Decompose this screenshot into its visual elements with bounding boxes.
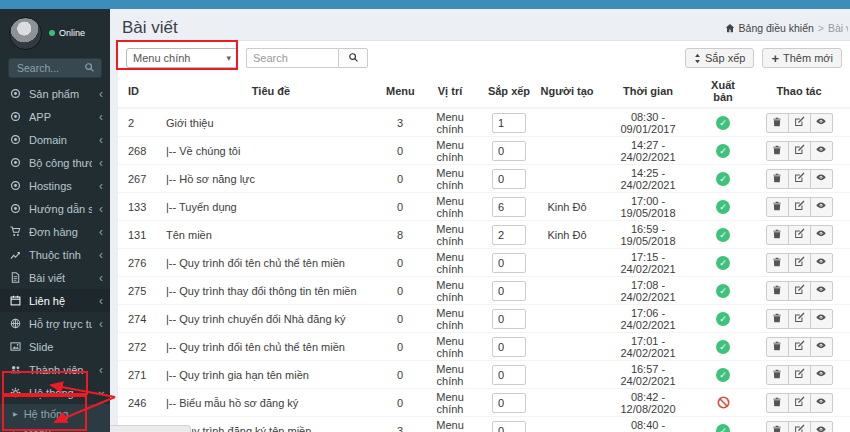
sidebar-item-hostings[interactable]: Hostings‹ xyxy=(0,174,110,197)
view-button[interactable] xyxy=(810,197,833,217)
edit-icon xyxy=(794,339,805,354)
delete-button[interactable] xyxy=(766,309,789,329)
delete-button[interactable] xyxy=(766,225,789,245)
delete-button[interactable] xyxy=(766,393,789,413)
edit-button[interactable] xyxy=(788,421,811,432)
breadcrumb-home-link[interactable]: Bảng điều khiển xyxy=(739,22,814,34)
table-search-input[interactable] xyxy=(246,48,338,68)
sidebar-subitem-system[interactable]: ▶Hệ thống xyxy=(0,404,110,423)
sort-input[interactable] xyxy=(492,365,526,385)
table-row: 245|-- Quy trình đăng ký tên miền3Menu c… xyxy=(118,417,850,432)
view-button[interactable] xyxy=(810,309,833,329)
edit-button[interactable] xyxy=(788,365,811,385)
edit-icon xyxy=(794,199,805,214)
view-button[interactable] xyxy=(810,337,833,357)
sidebar-item-slide[interactable]: Slide xyxy=(0,335,110,358)
delete-button[interactable] xyxy=(766,421,789,432)
sort-input[interactable] xyxy=(492,337,526,357)
sidebar-item-system[interactable]: Hệ thống‹ xyxy=(0,381,110,404)
sidebar-item-members[interactable]: Thành viên‹ xyxy=(0,358,110,381)
edit-button[interactable] xyxy=(788,169,811,189)
add-new-button-label: Thêm mới xyxy=(783,52,833,64)
sort-input[interactable] xyxy=(492,421,526,432)
sort-input[interactable] xyxy=(492,309,526,329)
sort-input[interactable] xyxy=(492,169,526,189)
edit-button[interactable] xyxy=(788,337,811,357)
edit-button[interactable] xyxy=(788,309,811,329)
edit-button[interactable] xyxy=(788,393,811,413)
view-button[interactable] xyxy=(810,421,833,432)
trash-icon xyxy=(772,227,782,242)
main-content: Bài viết Bảng điều khiển > Bài viết Menu… xyxy=(110,9,850,432)
sidebar-item-contact[interactable]: Liên hệ‹ xyxy=(0,289,110,312)
table-search-button[interactable] xyxy=(338,48,368,68)
table-row: 276|-- Quy trình đổi tên chủ thể tên miề… xyxy=(118,249,850,277)
delete-button[interactable] xyxy=(766,281,789,301)
sort-input[interactable] xyxy=(492,141,526,161)
sidebar-item-guide[interactable]: Hướng dẫn sử dụng‹ xyxy=(0,197,110,220)
sort-input[interactable] xyxy=(492,225,526,245)
add-new-button[interactable]: + Thêm mới xyxy=(762,48,842,68)
cell-published: ✓ xyxy=(698,417,748,432)
cell-actions xyxy=(748,108,850,137)
cell-actions xyxy=(748,221,850,249)
sort-input[interactable] xyxy=(492,253,526,273)
edit-button[interactable] xyxy=(788,253,811,273)
delete-button[interactable] xyxy=(766,253,789,273)
delete-button[interactable] xyxy=(766,141,789,161)
table-row: 268|-- Về chúng tôi0Menu chính14:27 - 24… xyxy=(118,137,850,165)
chevron-left-icon: ‹ xyxy=(99,180,103,192)
sidebar-item-label: Thành viên xyxy=(29,364,92,376)
sort-input[interactable] xyxy=(492,393,526,413)
sidebar-subitem-menu[interactable]: ▶Menu xyxy=(0,423,110,432)
sort-button[interactable]: Sắp xếp xyxy=(685,48,754,68)
chevron-left-icon: ‹ xyxy=(99,111,103,123)
delete-button[interactable] xyxy=(766,169,789,189)
edit-button[interactable] xyxy=(788,225,811,245)
edit-button[interactable] xyxy=(788,141,811,161)
edit-button[interactable] xyxy=(788,281,811,301)
cell-title: Giới thiệu xyxy=(160,108,382,137)
chevron-left-icon: ‹ xyxy=(99,134,103,146)
avatar xyxy=(9,17,42,50)
view-button[interactable] xyxy=(810,169,833,189)
edit-icon xyxy=(794,423,805,432)
cell-position: Menu chính xyxy=(418,137,482,165)
view-button[interactable] xyxy=(810,281,833,301)
sort-input[interactable] xyxy=(492,281,526,301)
sort-input[interactable] xyxy=(492,113,526,133)
view-button[interactable] xyxy=(810,393,833,413)
delete-button[interactable] xyxy=(766,197,789,217)
sidebar-item-products[interactable]: Sản phẩm‹ xyxy=(0,82,110,105)
sidebar-item-attributes[interactable]: Thuộc tính‹ xyxy=(0,243,110,266)
sort-input[interactable] xyxy=(492,197,526,217)
check-circle-icon: ✓ xyxy=(716,228,730,242)
sidebar-item-articles[interactable]: Bài viết‹ xyxy=(0,266,110,289)
delete-button[interactable] xyxy=(766,365,789,385)
sidebar-item-domain[interactable]: Domain‹ xyxy=(0,128,110,151)
sidebar-item-orders[interactable]: Đơn hàng‹ xyxy=(0,220,110,243)
cell-position: Menu chính xyxy=(418,305,482,333)
edit-button[interactable] xyxy=(788,197,811,217)
view-button[interactable] xyxy=(810,141,833,161)
view-button[interactable] xyxy=(810,225,833,245)
check-circle-icon: ✓ xyxy=(716,116,730,130)
edit-button[interactable] xyxy=(788,113,811,133)
view-button[interactable] xyxy=(810,113,833,133)
cell-title: |-- Quy trình gia hạn tên miền xyxy=(160,361,382,389)
view-button[interactable] xyxy=(810,253,833,273)
chevron-left-icon: ‹ xyxy=(99,295,103,307)
cell-menu: 0 xyxy=(382,193,418,221)
view-button[interactable] xyxy=(810,365,833,385)
eye-icon xyxy=(815,115,827,130)
cell-sort xyxy=(482,249,536,277)
sidebar-search-input[interactable] xyxy=(9,62,77,74)
sidebar-search-button[interactable] xyxy=(77,59,101,77)
cell-creator xyxy=(536,417,598,432)
sidebar-item-trade[interactable]: Bộ công thương‹ xyxy=(0,151,110,174)
delete-button[interactable] xyxy=(766,113,789,133)
sidebar-item-app[interactable]: APP‹ xyxy=(0,105,110,128)
sidebar-item-support[interactable]: Hỗ trợ trực tuyến‹ xyxy=(0,312,110,335)
delete-button[interactable] xyxy=(766,337,789,357)
menu-filter-select[interactable]: Menu chính ▾ xyxy=(126,48,238,68)
